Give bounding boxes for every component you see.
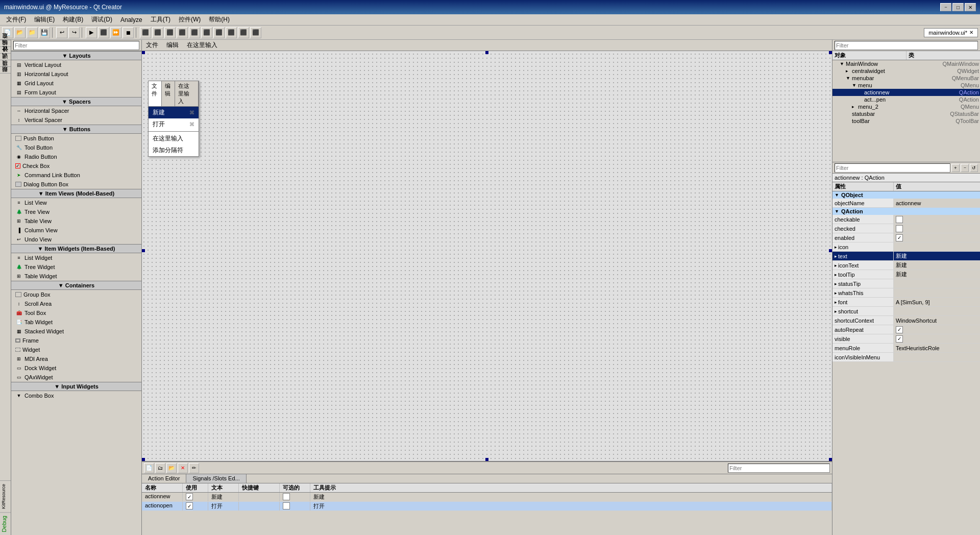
- object-filter-input[interactable]: [835, 41, 978, 50]
- tree-row-toolbar[interactable]: toolBar QToolBar: [832, 117, 980, 125]
- popup-item-open[interactable]: 打开 ⌘: [149, 118, 199, 130]
- prop-row-shortcut[interactable]: ▸shortcut: [832, 307, 980, 316]
- widget-column-view[interactable]: ▐ Column View: [11, 226, 141, 235]
- menu-debug[interactable]: 调试(D): [87, 14, 116, 25]
- action-use-new-checkbox[interactable]: [186, 493, 193, 500]
- tree-row-centralwidget[interactable]: ▸ centralwidget QWidget: [832, 67, 980, 75]
- property-filter-input[interactable]: [835, 163, 950, 173]
- tb-layout-h[interactable]: ⬛: [213, 27, 225, 38]
- tb-run[interactable]: ⬛: [98, 27, 109, 38]
- widget-radio-button[interactable]: ◉ Radio Button: [11, 152, 141, 161]
- widget-horizontal-spacer[interactable]: ↔ Horizontal Spacer: [11, 106, 141, 115]
- canvas-menu-edit[interactable]: 编辑: [162, 40, 183, 51]
- tb-align-v[interactable]: ⬛: [189, 27, 200, 38]
- popup-tab-file[interactable]: 文件: [149, 81, 162, 106]
- tb-open[interactable]: 📁: [27, 27, 38, 38]
- vtab-welcome[interactable]: 欢迎: [0, 40, 11, 46]
- prop-row-enabled[interactable]: enabled: [832, 233, 980, 242]
- tb-align-bottom[interactable]: ⬛: [201, 27, 212, 38]
- tree-row-actionnew[interactable]: actionnew QAction: [832, 89, 980, 96]
- prop-row-font[interactable]: ▸font A [SimSun, 9]: [832, 298, 980, 307]
- widget-table-widget[interactable]: ⊞ Table Widget: [11, 272, 141, 281]
- widget-frame[interactable]: Frame: [11, 336, 141, 345]
- menu-file[interactable]: 文件(F): [2, 14, 30, 25]
- file-tab[interactable]: mainwindow.ui* ✕: [924, 28, 978, 37]
- prop-filter-minus[interactable]: －: [961, 164, 969, 172]
- prop-row-icontext[interactable]: ▸iconText 新建: [832, 261, 980, 270]
- widget-filter-input[interactable]: [13, 41, 139, 50]
- tree-row-statusbar[interactable]: statusbar QStatusBar: [832, 110, 980, 117]
- action-filter-input[interactable]: [728, 464, 830, 473]
- widget-undo-view[interactable]: ↩ Undo View: [11, 235, 141, 244]
- tb-save[interactable]: 💾: [39, 27, 50, 38]
- menu-build[interactable]: 构建(B): [59, 14, 87, 25]
- handle-bm[interactable]: [485, 458, 488, 461]
- widget-tool-box[interactable]: 🧰 Tool Box: [11, 308, 141, 318]
- handle-tl[interactable]: [142, 51, 145, 54]
- widget-mdi-area[interactable]: ⊞ MDI Area: [11, 354, 141, 363]
- action-open-btn[interactable]: 📂: [166, 463, 177, 473]
- prop-checked-checkbox[interactable]: [896, 225, 903, 232]
- tree-row-menubar[interactable]: ▼ menubar QMenuBar: [832, 75, 980, 82]
- widget-widget[interactable]: Widget: [11, 345, 141, 354]
- tb-stop[interactable]: ⏹: [122, 27, 134, 38]
- tb-build[interactable]: ▶: [86, 27, 97, 38]
- prop-row-whatstip[interactable]: ▸whatsThis: [832, 288, 980, 298]
- tb-debug-run[interactable]: ⏩: [110, 27, 121, 38]
- canvas-menu-type-here[interactable]: 在这里输入: [183, 40, 222, 51]
- tb-layout-v[interactable]: ⬛: [226, 27, 237, 38]
- action-use-open-checkbox[interactable]: [186, 502, 193, 509]
- tree-row-mainwindow[interactable]: ▼ MainWindow QMainWindow: [832, 60, 980, 67]
- tree-row-menu[interactable]: ▼ menu QMenu: [832, 82, 980, 89]
- prop-autorepeat-checkbox[interactable]: [896, 326, 903, 333]
- vtab-debug-bottom[interactable]: Debug: [0, 512, 11, 535]
- widget-list-widget[interactable]: ≡ List Widget: [11, 253, 141, 262]
- widget-vertical-layout[interactable]: ▤ Vertical Layout: [11, 60, 141, 69]
- prop-visible-checkbox[interactable]: [896, 335, 903, 343]
- action-new-btn[interactable]: 📄: [144, 463, 154, 473]
- handle-ml[interactable]: [142, 249, 145, 252]
- tab-action-editor[interactable]: Action Editor: [142, 474, 186, 483]
- handle-bl[interactable]: [142, 458, 145, 461]
- menu-widgets[interactable]: 控件(W): [175, 14, 205, 25]
- action-row-new[interactable]: actionnew 新建 新建: [142, 493, 832, 502]
- handle-tm[interactable]: [485, 51, 488, 54]
- prop-row-visible[interactable]: visible: [832, 334, 980, 344]
- tb-undo[interactable]: ↩: [56, 27, 67, 38]
- prop-row-objectname[interactable]: objectName actionnew: [832, 199, 980, 208]
- prop-row-text[interactable]: ▸text 新建: [832, 252, 980, 261]
- prop-row-tooltip[interactable]: ▸toolTip 新建: [832, 270, 980, 279]
- widget-push-button[interactable]: Push Button: [11, 134, 141, 143]
- widget-vertical-spacer[interactable]: ↕ Vertical Spacer: [11, 115, 141, 125]
- widget-dialog-button-box[interactable]: Dialog Button Box: [11, 180, 141, 189]
- tb-redo[interactable]: ↪: [68, 27, 80, 38]
- design-canvas[interactable]: 文件 编辑 在这里输入 文件 编辑 在这里输入: [142, 40, 832, 461]
- prop-section-qaction[interactable]: ▼ QAction: [832, 208, 980, 215]
- tab-signals-slots[interactable]: Signals /Slots Ed...: [186, 474, 246, 483]
- tree-row-menu2[interactable]: ▸ menu_2 QMenu: [832, 103, 980, 110]
- action-checkable-open-checkbox[interactable]: [283, 502, 290, 509]
- tb-new[interactable]: 📄: [2, 27, 13, 38]
- handle-tr[interactable]: [829, 51, 832, 54]
- menu-help[interactable]: 帮助(H): [205, 14, 234, 25]
- widget-tree-widget[interactable]: 🌲 Tree Widget: [11, 262, 141, 272]
- widget-table-view[interactable]: ⊞ Table View: [11, 216, 141, 226]
- tb-align-right[interactable]: ⬛: [164, 27, 176, 38]
- prop-row-menurole[interactable]: menuRole TextHeuristicRole: [832, 344, 980, 353]
- tb-layout-grid[interactable]: ⬛: [238, 27, 249, 38]
- prop-filter-refresh[interactable]: ↺: [970, 164, 978, 172]
- menu-tools[interactable]: 工具(T): [146, 14, 175, 25]
- popup-tab-edit[interactable]: 编辑: [162, 81, 175, 106]
- widget-group-box[interactable]: Group Box: [11, 290, 141, 299]
- prop-checkable-checkbox[interactable]: [896, 216, 903, 223]
- widget-combo-box[interactable]: ▼ Combo Box: [11, 391, 141, 400]
- menu-edit[interactable]: 编辑(E): [30, 14, 59, 25]
- menu-analyze[interactable]: Analyze: [116, 15, 146, 25]
- prop-row-checked[interactable]: checked: [832, 224, 980, 233]
- tb-open-folder[interactable]: 📂: [14, 27, 26, 38]
- minimize-button[interactable]: －: [940, 3, 951, 11]
- widget-form-layout[interactable]: ▤ Form Layout: [11, 88, 141, 97]
- widget-tree-view[interactable]: 🌲 Tree View: [11, 207, 141, 216]
- popup-item-type-here[interactable]: 在这里输入: [149, 133, 199, 144]
- action-edit-btn[interactable]: ✏: [189, 463, 199, 473]
